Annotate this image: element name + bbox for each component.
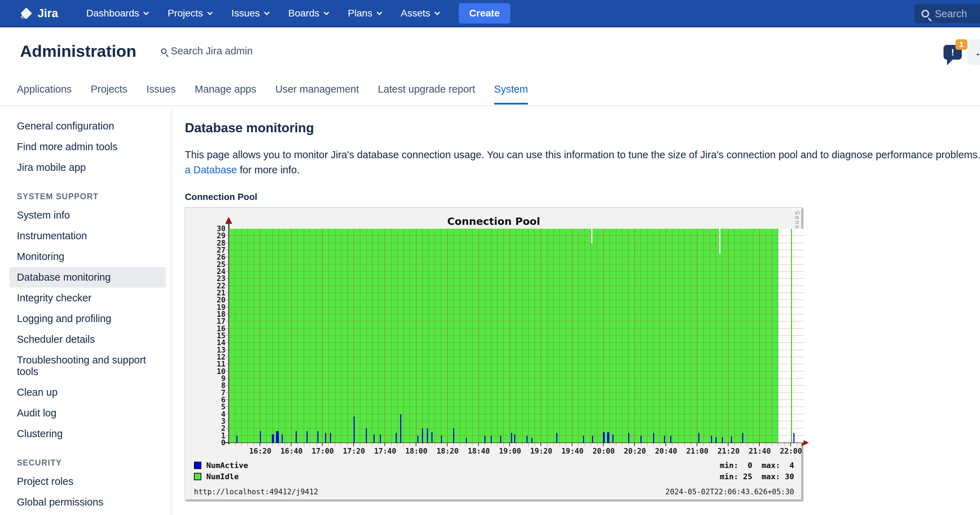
numactive-spike	[453, 428, 454, 443]
chart-footer-timestamp: 2024-05-02T22:06:43.626+05:30	[665, 488, 794, 496]
numactive-spike	[400, 414, 401, 443]
numactive-spike	[641, 436, 641, 443]
x-axis-label: 19:40	[561, 447, 583, 455]
nav-item-boards[interactable]: Boards	[288, 8, 328, 19]
description-line2-suffix: for more info.	[237, 164, 299, 175]
database-link[interactable]: a Database	[185, 164, 237, 175]
jira-admin-page: Jira DashboardsProjectsIssuesBoardsPlans…	[0, 0, 980, 515]
main-content: Database monitoring This page allows you…	[185, 121, 980, 501]
nav-item-label: Projects	[168, 8, 203, 19]
sidebar-item-project-roles[interactable]: Project roles	[10, 471, 166, 492]
numactive-spike	[628, 433, 629, 443]
collapse-panel-button[interactable]: ←	[967, 39, 980, 65]
sidebar-divider	[171, 110, 172, 515]
nav-item-plans[interactable]: Plans	[348, 8, 380, 19]
connection-pool-chart: Connection Pool Generated by RRD4J 01234…	[185, 207, 802, 501]
sidebar-top-list: General configurationFind more admin too…	[10, 116, 166, 178]
numactive-spike	[612, 434, 614, 443]
jira-logo[interactable]: Jira	[19, 6, 58, 21]
legend-label: NumIdle	[206, 472, 239, 481]
chevron-down-icon	[207, 10, 213, 16]
chevron-down-icon	[143, 10, 149, 16]
sidebar-item-logging-and-profiling[interactable]: Logging and profiling	[10, 308, 166, 329]
admin-header: Administration Search Jira admin	[20, 41, 253, 61]
sidebar-item-monitoring[interactable]: Monitoring	[10, 246, 166, 267]
tab-user-management[interactable]: User management	[275, 83, 359, 105]
numactive-spike	[260, 431, 261, 443]
numactive-spike	[484, 436, 485, 443]
x-axis-label: 16:20	[249, 447, 271, 455]
nav-item-projects[interactable]: Projects	[168, 8, 211, 19]
header-icons: ! 1	[943, 41, 967, 62]
brand-name: Jira	[38, 7, 58, 20]
tab-issues[interactable]: Issues	[146, 83, 176, 105]
numactive-spike	[396, 433, 397, 443]
numactive-spike	[794, 433, 794, 443]
numactive-spike	[531, 438, 533, 443]
numactive-spike	[514, 434, 515, 443]
nav-item-assets[interactable]: Assets	[401, 8, 438, 19]
x-axis-label: 21:20	[717, 447, 740, 455]
sidebar-item-clustering[interactable]: Clustering	[10, 423, 166, 444]
x-axis-label: 18:00	[405, 447, 427, 455]
numactive-spike	[366, 428, 367, 443]
numactive-spike	[722, 437, 723, 443]
x-tick-marks	[229, 443, 803, 446]
description-line2: a Database for more info.	[185, 164, 299, 175]
global-search[interactable]: Search	[915, 4, 980, 23]
sidebar-item-clean-up[interactable]: Clean up	[10, 382, 166, 403]
sidebar-item-system-info[interactable]: System info	[10, 205, 166, 226]
numactive-spike	[236, 436, 237, 443]
chevron-down-icon	[323, 10, 329, 16]
numactive-spike	[353, 416, 355, 443]
tab-system[interactable]: System	[494, 83, 528, 105]
chevron-down-icon	[434, 10, 440, 16]
x-axis-label: 17:40	[374, 447, 396, 455]
numidle-dip	[591, 229, 592, 243]
x-axis-label: 17:20	[343, 447, 365, 455]
nav-item-dashboards[interactable]: Dashboards	[86, 8, 147, 19]
nav-item-issues[interactable]: Issues	[232, 8, 268, 19]
nav-item-label: Boards	[288, 8, 320, 19]
nav-menu: DashboardsProjectsIssuesBoardsPlansAsset…	[86, 8, 438, 19]
numactive-spike	[422, 428, 423, 443]
numactive-spike	[711, 436, 712, 443]
tab-manage-apps[interactable]: Manage apps	[195, 83, 256, 105]
x-axis-label: 20:00	[592, 447, 614, 455]
sidebar-item-global-permissions[interactable]: Global permissions	[10, 492, 166, 513]
create-button[interactable]: Create	[459, 3, 510, 24]
numactive-spike	[592, 436, 593, 443]
x-axis-label: 17:00	[312, 447, 334, 455]
legend-label: NumActive	[206, 461, 248, 470]
x-axis-label: 18:20	[436, 447, 458, 455]
admin-tabs: ApplicationsProjectsIssuesManage appsUse…	[17, 83, 528, 105]
numactive-spike	[441, 436, 442, 443]
search-icon	[921, 10, 929, 18]
numactive-spike	[374, 434, 375, 443]
sidebar-item-audit-log[interactable]: Audit log	[10, 403, 166, 423]
y-axis-label: 30	[186, 225, 226, 233]
sidebar-item-instrumentation[interactable]: Instrumentation	[10, 226, 166, 246]
tab-applications[interactable]: Applications	[17, 83, 72, 105]
numactive-spike	[731, 437, 732, 443]
tab-latest-upgrade-report[interactable]: Latest upgrade report	[378, 83, 475, 105]
sidebar-item-find-more-admin-tools[interactable]: Find more admin tools	[10, 137, 166, 157]
numactive-spike	[307, 431, 308, 443]
sidebar-item-general-configuration[interactable]: General configuration	[10, 116, 166, 137]
y-tick-marks	[226, 229, 229, 443]
tab-projects[interactable]: Projects	[91, 83, 127, 105]
chevron-down-icon	[376, 10, 382, 16]
numactive-spike	[417, 436, 418, 443]
numidle-area	[229, 229, 778, 443]
chevron-down-icon	[264, 10, 270, 16]
sidebar-item-database-monitoring[interactable]: Database monitoring	[10, 267, 166, 288]
sidebar-item-jira-mobile-app[interactable]: Jira mobile app	[10, 157, 166, 178]
admin-sidebar: General configurationFind more admin too…	[10, 116, 166, 513]
legend-item: NumIdle	[194, 472, 239, 481]
sidebar-item-scheduler-details[interactable]: Scheduler details	[10, 329, 166, 350]
sidebar-item-integrity-checker[interactable]: Integrity checker	[10, 288, 166, 308]
admin-search-field[interactable]: Search Jira admin	[161, 45, 253, 57]
notifications-icon[interactable]: ! 1	[943, 41, 967, 62]
sidebar-item-troubleshooting-and-support-tools[interactable]: Troubleshooting and support tools	[10, 350, 166, 382]
x-axis-label: 19:20	[530, 447, 552, 455]
